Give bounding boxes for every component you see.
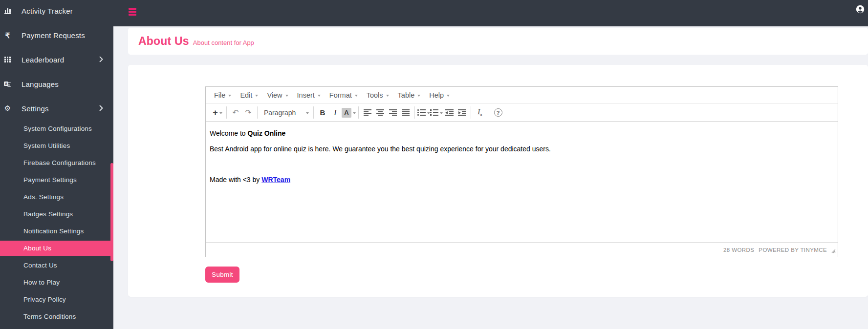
clear-formatting-icon: Ix [477,107,482,117]
menu-tools[interactable]: Tools [362,88,393,102]
chevron-right-icon [99,56,103,64]
page-subtitle: About content for App [193,39,254,46]
admin-app-window: Activity Tracker ₹ Payment Requests Lead… [0,0,868,329]
bullet-list-button[interactable] [417,106,430,120]
sidebar-item-languages[interactable]: A Languages [0,73,113,95]
main-content: About Us About content for App File Edit… [113,26,868,329]
sidebar-item-label: Languages [22,80,59,88]
chevron-down-icon [219,112,222,114]
page-title: About Us [138,35,189,48]
bar-chart-icon [4,8,11,14]
sidebar-subitem-privacy-policy[interactable]: Privacy Policy [0,292,113,307]
sidebar-subitem-firebase-configurations[interactable]: Firebase Configurations [0,155,113,170]
submit-button[interactable]: Submit [205,267,239,283]
grid-icon [4,57,11,63]
menu-format[interactable]: Format [325,88,362,102]
align-right-button[interactable] [387,106,399,120]
chevron-down-icon [285,95,288,97]
bold-text: Quiz Online [248,129,286,137]
chevron-right-icon [99,104,103,113]
sidebar-subitem-terms-conditions[interactable]: Terms Conditions [0,309,113,324]
chevron-down-icon [355,95,358,97]
sidebar-item-payment-requests[interactable]: ₹ Payment Requests [0,24,113,46]
sidebar-item-label: Activity Tracker [22,7,73,15]
sidebar: Activity Tracker ₹ Payment Requests Lead… [0,0,113,329]
italic-icon: I [334,108,336,117]
italic-button[interactable]: I [329,106,342,120]
sidebar-item-label: Leaderboard [22,56,64,64]
about-form-card: File Edit View Insert Format Tools Table… [128,65,868,297]
insert-plus-button[interactable]: + [211,106,224,120]
menu-insert[interactable]: Insert [293,88,325,102]
chevron-down-icon [417,95,420,97]
translate-icon: A [4,81,11,87]
chevron-down-icon [255,95,258,97]
sidebar-subitem-payment-settings[interactable]: Payment Settings [0,172,113,187]
sidebar-subitem-contact-us[interactable]: Contact Us [0,258,113,273]
align-justify-icon [402,109,410,116]
redo-button[interactable]: ↷ [242,106,255,120]
sidebar-subitem-system-configurations[interactable]: System Configurations [0,121,113,136]
chevron-down-icon [447,95,450,97]
align-left-button[interactable] [361,106,374,120]
align-center-button[interactable] [374,106,387,120]
menu-edit[interactable]: Edit [236,88,262,102]
outdent-button[interactable] [443,106,456,120]
plus-icon: + [213,108,218,117]
numbered-list-button[interactable] [430,106,443,120]
bold-icon: B [320,108,326,117]
sidebar-subitem-ads-settings[interactable]: Ads. Settings [0,189,113,205]
menu-table[interactable]: Table [393,88,425,102]
content-paragraph: Made with <3 by WRTeam [210,175,833,185]
sidebar-subitem-notification-settings[interactable]: Notification Settings [0,224,113,239]
top-navbar [0,0,868,26]
editor-menubar: File Edit View Insert Format Tools Table… [206,87,838,104]
indent-icon [458,109,466,116]
align-left-icon [364,109,371,116]
sidebar-scrollbar-thumb[interactable] [110,163,113,261]
align-right-icon [389,109,397,116]
redo-icon: ↷ [245,109,251,117]
align-center-icon [376,109,384,116]
sidebar-item-label: Payment Requests [22,31,85,40]
page-header-card: About Us About content for App [128,28,868,55]
bullet-list-icon [417,109,426,116]
sidebar-item-leaderboard[interactable]: Leaderboard [0,49,113,70]
align-justify-button[interactable] [399,106,412,120]
rupee-icon: ₹ [4,32,11,39]
sidebar-subitem-system-utilities[interactable]: System Utilities [0,138,113,153]
chevron-down-icon [386,95,389,97]
content-paragraph: Best Android app for online quiz is here… [210,144,833,154]
menu-view[interactable]: View [262,88,292,102]
sidebar-item-activity-tracker[interactable]: Activity Tracker [0,0,113,21]
editor-statusbar: 28 WORDS POWERED BY TINYMCE [206,242,838,257]
hamburger-menu-icon[interactable] [129,8,136,16]
gear-icon: ⚙ [4,105,11,112]
sidebar-subitem-badges-settings[interactable]: Badges Settings [0,206,113,222]
user-avatar-icon[interactable] [856,5,865,14]
outdent-icon [445,109,454,116]
indent-button[interactable] [456,106,468,120]
menu-help[interactable]: Help [425,88,454,102]
bold-button[interactable]: B [316,106,329,120]
editor-content-area[interactable]: Welcome to Quiz Online Best Android app … [206,122,838,242]
word-count: 28 WORDS [723,247,754,253]
sidebar-subitem-how-to-play[interactable]: How to Play [0,275,113,290]
undo-icon: ↶ [232,109,239,117]
undo-button[interactable]: ↶ [229,106,242,120]
resize-handle-icon[interactable] [830,247,836,255]
chevron-down-icon [353,112,356,114]
sidebar-item-label: Settings [22,104,49,113]
chevron-down-icon [306,112,309,114]
content-paragraph-blank [210,160,833,169]
editor-toolbar: + ↶ ↷ Paragraph [206,104,838,122]
font-color-button[interactable]: A [342,106,356,120]
sidebar-item-settings[interactable]: ⚙ Settings [0,98,113,119]
sidebar-subitem-about-us-active[interactable]: About Us [0,241,113,256]
wrteam-link[interactable]: WRTeam [261,176,290,184]
tinymce-branding: POWERED BY TINYMCE [759,247,827,253]
menu-file[interactable]: File [210,88,236,102]
clear-formatting-button[interactable]: Ix [474,106,486,120]
format-select-dropdown[interactable]: Paragraph [260,106,311,120]
help-button[interactable]: ? [492,106,504,120]
